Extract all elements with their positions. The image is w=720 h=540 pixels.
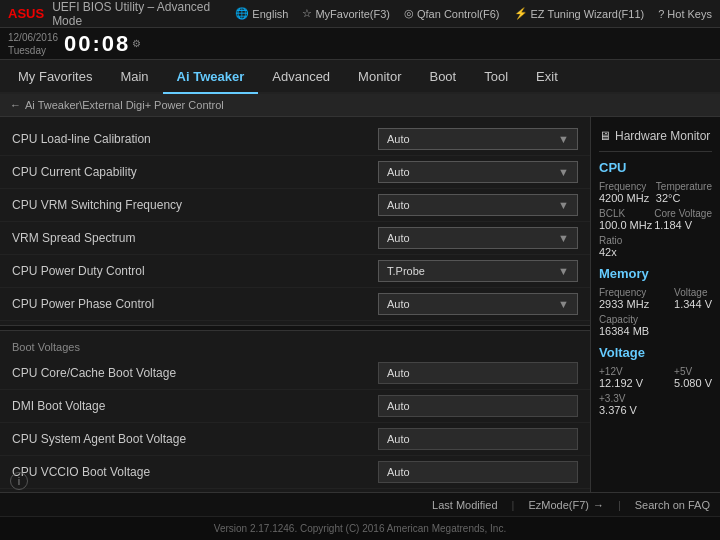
dmi-boot-input[interactable]: [378, 395, 578, 417]
hw-mem-cap-value: 16384 MB: [599, 325, 649, 337]
hw-12v-label: +12V: [599, 366, 643, 377]
hw-volt-33-row: +3.3V 3.376 V: [599, 393, 712, 416]
main-layout: CPU Load-line Calibration Auto ▼ CPU Cur…: [0, 117, 720, 492]
back-arrow-icon[interactable]: ←: [10, 99, 21, 111]
dropdown-caret-icon: ▼: [558, 199, 569, 211]
hw-cpu-bclk-row: BCLK 100.0 MHz Core Voltage 1.184 V: [599, 208, 712, 231]
cpu-sa-boot-label: CPU System Agent Boot Voltage: [12, 432, 378, 446]
hw-mem-cap-row: Capacity 16384 MB: [599, 314, 712, 337]
settings-gear-icon[interactable]: ⚙: [132, 38, 141, 49]
hw-cpu-freq-row: Frequency 4200 MHz Temperature 32°C: [599, 181, 712, 204]
nav-bar: My Favorites Main Ai Tweaker Advanced Mo…: [0, 60, 720, 94]
cpu-vccio-boot-control[interactable]: [378, 461, 578, 483]
datetime-bar: 12/06/2016 Tuesday 00:08 ⚙: [0, 28, 720, 60]
english-link[interactable]: 🌐 English: [235, 7, 288, 20]
boot-voltages-header: Boot Voltages: [0, 335, 590, 357]
setting-cpu-power-duty: CPU Power Duty Control T.Probe ▼: [0, 255, 590, 288]
cpu-power-duty-control[interactable]: T.Probe ▼: [378, 260, 578, 282]
nav-my-favorites[interactable]: My Favorites: [4, 60, 106, 94]
hw-cpu-bclk-value: 100.0 MHz: [599, 219, 652, 231]
fan-icon: ◎: [404, 7, 414, 20]
cpu-sa-boot-input[interactable]: [378, 428, 578, 450]
setting-cpu-core-cache-boot: CPU Core/Cache Boot Voltage: [0, 357, 590, 390]
eztuning-link[interactable]: ⚡ EZ Tuning Wizard(F11): [514, 7, 645, 20]
hw-cpu-temp-value: 32°C: [656, 192, 712, 204]
nav-tool[interactable]: Tool: [470, 60, 522, 94]
hw-cpu-freq-value: 4200 MHz: [599, 192, 649, 204]
hw-cpu-bclk-label: BCLK: [599, 208, 652, 219]
last-modified-label: Last Modified: [432, 499, 497, 511]
search-faq-button[interactable]: Search on FAQ: [635, 499, 710, 511]
hw-mem-freq-value: 2933 MHz: [599, 298, 649, 310]
bottom-bar: Last Modified | EzMode(F7) → | Search on…: [0, 492, 720, 516]
cpu-core-cache-input[interactable]: [378, 362, 578, 384]
info-button[interactable]: i: [10, 472, 28, 490]
hw-33v-value: 3.376 V: [599, 404, 637, 416]
hw-cpu-corevolt-value: 1.184 V: [654, 219, 712, 231]
nav-exit[interactable]: Exit: [522, 60, 572, 94]
cpu-vccio-boot-label: CPU VCCIO Boot Voltage: [12, 465, 378, 479]
cpu-power-phase-control[interactable]: Auto ▼: [378, 293, 578, 315]
hw-voltage-title: Voltage: [599, 345, 712, 360]
ezmode-button[interactable]: EzMode(F7) →: [528, 499, 604, 511]
hw-mem-volt-value: 1.344 V: [674, 298, 712, 310]
qfan-link[interactable]: ◎ Qfan Control(F6): [404, 7, 500, 20]
setting-vrm-spread: VRM Spread Spectrum Auto ▼: [0, 222, 590, 255]
nav-main[interactable]: Main: [106, 60, 162, 94]
hw-cpu-corevolt-label: Core Voltage: [654, 208, 712, 219]
nav-boot[interactable]: Boot: [415, 60, 470, 94]
hw-mem-cap-label: Capacity: [599, 314, 649, 325]
cpu-power-phase-label: CPU Power Phase Control: [12, 297, 378, 311]
hw-mem-freq-row: Frequency 2933 MHz Voltage 1.344 V: [599, 287, 712, 310]
hotkeys-link[interactable]: ? Hot Keys: [658, 8, 712, 20]
asus-logo: ASUS: [8, 6, 44, 21]
keyboard-icon: ?: [658, 8, 664, 20]
cpu-vrm-freq-label: CPU VRM Switching Frequency: [12, 198, 378, 212]
hw-cpu-title: CPU: [599, 160, 712, 175]
wand-icon: ⚡: [514, 7, 528, 20]
cpu-core-cache-label: CPU Core/Cache Boot Voltage: [12, 366, 378, 380]
time-display: 00:08: [64, 33, 130, 55]
cpu-core-cache-control[interactable]: [378, 362, 578, 384]
dropdown-caret-icon: ▼: [558, 166, 569, 178]
hw-33v-label: +3.3V: [599, 393, 637, 404]
dropdown-caret-icon: ▼: [558, 133, 569, 145]
dropdown-caret-icon: ▼: [558, 232, 569, 244]
setting-cpu-vccio-boot: CPU VCCIO Boot Voltage: [0, 456, 590, 489]
vrm-spread-control[interactable]: Auto ▼: [378, 227, 578, 249]
cpu-vccio-boot-input[interactable]: [378, 461, 578, 483]
dmi-boot-label: DMI Boot Voltage: [12, 399, 378, 413]
globe-icon: 🌐: [235, 7, 249, 20]
cpu-current-dropdown[interactable]: Auto ▼: [378, 161, 578, 183]
myfavorite-link[interactable]: ☆ MyFavorite(F3): [302, 7, 390, 20]
cpu-vrm-freq-control[interactable]: Auto ▼: [378, 194, 578, 216]
nav-ai-tweaker[interactable]: Ai Tweaker: [163, 60, 259, 94]
breadcrumb: ← Ai Tweaker\External Digi+ Power Contro…: [0, 94, 720, 117]
vrm-spread-dropdown[interactable]: Auto ▼: [378, 227, 578, 249]
setting-cpu-current: CPU Current Capability Auto ▼: [0, 156, 590, 189]
hw-cpu-ratio-label: Ratio: [599, 235, 622, 246]
top-bar: ASUS UEFI BIOS Utility – Advanced Mode 🌐…: [0, 0, 720, 28]
dmi-boot-control[interactable]: [378, 395, 578, 417]
nav-monitor[interactable]: Monitor: [344, 60, 415, 94]
cpu-power-duty-dropdown[interactable]: T.Probe ▼: [378, 260, 578, 282]
hw-volt-12-row: +12V 12.192 V +5V 5.080 V: [599, 366, 712, 389]
date-display: 12/06/2016 Tuesday: [8, 31, 58, 57]
nav-advanced[interactable]: Advanced: [258, 60, 344, 94]
dropdown-caret-icon: ▼: [558, 298, 569, 310]
cpu-power-phase-dropdown[interactable]: Auto ▼: [378, 293, 578, 315]
setting-dmi-boot: DMI Boot Voltage: [0, 390, 590, 423]
monitor-icon: 🖥: [599, 129, 611, 143]
hw-memory-section: Memory Frequency 2933 MHz Voltage 1.344 …: [599, 266, 712, 337]
cpu-loadline-dropdown[interactable]: Auto ▼: [378, 128, 578, 150]
cpu-current-control[interactable]: Auto ▼: [378, 161, 578, 183]
hw-cpu-ratio-value: 42x: [599, 246, 622, 258]
cpu-vrm-freq-dropdown[interactable]: Auto ▼: [378, 194, 578, 216]
hw-mem-freq-label: Frequency: [599, 287, 649, 298]
cpu-sa-boot-control[interactable]: [378, 428, 578, 450]
cpu-loadline-control[interactable]: Auto ▼: [378, 128, 578, 150]
setting-cpu-vrm-freq: CPU VRM Switching Frequency Auto ▼: [0, 189, 590, 222]
hw-voltage-section: Voltage +12V 12.192 V +5V 5.080 V +3.3V …: [599, 345, 712, 416]
footer-text: Version 2.17.1246. Copyright (C) 2016 Am…: [214, 523, 506, 534]
hw-mem-volt-label: Voltage: [674, 287, 712, 298]
